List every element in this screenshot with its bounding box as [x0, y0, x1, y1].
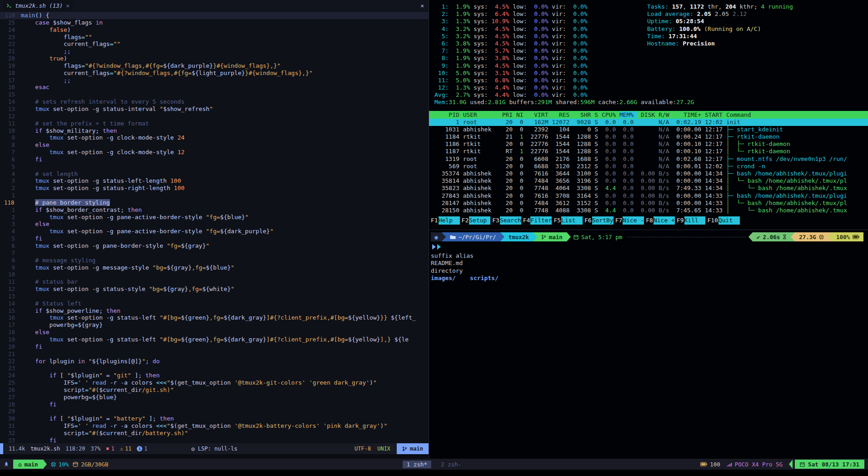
rocket-icon [4, 461, 9, 467]
process-row[interactable]: 35374 abhishek 20 0 7616 3644 3100 S 0.0… [429, 170, 868, 177]
process-row[interactable]: 35814 abhishek 20 0 7484 3656 3196 S 0.0… [429, 177, 868, 185]
fkey-f9[interactable]: F9Kill [675, 216, 706, 225]
tabline-close-icon[interactable]: × [420, 2, 424, 9]
line-number: 32 [0, 430, 21, 437]
terminal-line: README.md [431, 260, 863, 267]
code-line: 6 tmux set-option -g pane-border-style "… [0, 242, 429, 250]
hourglass-icon [783, 234, 787, 240]
code-line: 4 # set length [0, 170, 429, 178]
datetime-segment: Sat 08/13 17:31 [795, 460, 864, 469]
command-duration: ✔2.06s [753, 232, 791, 241]
cpu-meter-row: 1: 1.9% sys: 4.5% low: 0.0% vir: 0.0% [434, 3, 647, 10]
process-table: PID USER PRI NI VIRT RES SHR S CPU% MEM%… [429, 111, 868, 214]
process-row[interactable]: 27843 abhishek 20 0 7616 3708 3164 S 0.0… [429, 192, 868, 200]
neovim-pane[interactable]: tmux2k.sh (13) × × 110main() {25 case $s… [0, 0, 429, 459]
code-line: 11 # set the prefix + t time format [0, 120, 429, 127]
git-branch-icon [541, 234, 546, 240]
session-name-segment[interactable]: ⌂main [13, 460, 43, 469]
code-line: 21 [0, 351, 429, 358]
shell-pane[interactable]: ◉ ~/Pr/Gi/Pr/ tmux2k main [429, 230, 868, 459]
fkey-f6[interactable]: F6SortBy [583, 216, 614, 225]
process-row[interactable]: 1319 root 20 0 6608 2176 1688 S 0.0 0.0 … [429, 155, 868, 163]
cpu-meter-row: 2: 1.9% sys: 6.4% low: 0.0% vir: 0.0% [434, 10, 647, 18]
code-line: 25 case $show_flags in [0, 19, 429, 26]
system-info-line: Time: 17:31:44 [647, 33, 868, 40]
buffer-tab[interactable]: tmux2k.sh (13) × [3, 0, 73, 11]
tmux-status-bar: ⌂main 10% 2GB/30GB 1 zsh*2 zsh- 100 POCO… [0, 459, 868, 470]
process-row[interactable]: 28150 abhishek 20 0 7748 4088 3308 S 4.4… [429, 207, 868, 214]
warning-icon: ⚠ [120, 446, 123, 452]
git-branch-icon [402, 446, 407, 452]
powerline-separator [748, 232, 753, 241]
fkey-f5[interactable]: F5List [552, 216, 583, 225]
cpu-usage-widget: 10% [51, 461, 69, 468]
command-line [0, 454, 429, 459]
tmux-window[interactable]: 1 zsh* [403, 461, 431, 468]
powerline-separator [791, 232, 795, 241]
screen-bottom-gap [0, 470, 868, 476]
line-number: 30 [0, 415, 21, 422]
process-row[interactable]: 35823 abhishek 20 0 7748 4064 3308 S 4.4… [429, 185, 868, 192]
process-row[interactable]: 1 root 20 0 162M 12072 9028 S 0.0 0.0 N/… [429, 119, 868, 126]
fkey-f4[interactable]: F4Filter [521, 216, 552, 225]
powerline-separator [500, 232, 504, 241]
fkey-f1[interactable]: F1Help [429, 216, 460, 225]
line-number: 10 [0, 127, 21, 135]
fkey-f7[interactable]: F7Nice - [614, 216, 644, 225]
code-line: 17 ;; [0, 77, 429, 84]
ram-usage: 27.3G [795, 232, 828, 241]
tmux-window[interactable]: 2 zsh- [437, 461, 465, 468]
buffer-tab-title: tmux2k.sh (13) [15, 2, 63, 9]
code-line: 8 # message styling [0, 257, 429, 264]
line-number: 16 [0, 84, 21, 91]
line-number: 4 [0, 228, 21, 235]
code-line: 14 # sets refresh interval to every 5 se… [0, 98, 429, 105]
line-number: 6 [0, 242, 21, 250]
process-row[interactable]: 569 root 20 0 6688 3120 2312 S 0.0 0.0 N… [429, 163, 868, 170]
git-branch-segment: main [537, 232, 567, 241]
code-line: 26 script="#($current_dir/git.sh)" [0, 386, 429, 394]
code-line: 30 if [ "$lplugin" = "battery" ]; then [0, 415, 429, 422]
process-row[interactable]: 1031 abhishek 20 0 2392 104 0 S 0.0 0.0 … [429, 126, 868, 133]
tmux-session-screen: tmux2k.sh (13) × × 110main() {25 case $s… [0, 0, 868, 476]
fkey-f8[interactable]: F8Nice + [644, 216, 675, 225]
powerline-separator [828, 232, 832, 241]
cpu-chip-icon [51, 462, 56, 467]
code-line: 20 true) [0, 55, 429, 62]
memory-line: Mem:31.0G used:2.81G buffers:291M shared… [434, 99, 868, 106]
cpu-meter-row: 7: 1.9% sys: 5.7% low: 0.0% vir: 0.0% [434, 47, 647, 55]
fkey-f3[interactable]: F3Search [490, 216, 521, 225]
code-line: 28 fi [0, 401, 429, 408]
code-area: 110main() {25 case $show_flags in24 fals… [0, 11, 429, 443]
fkey-f10[interactable]: F10Quit [705, 216, 739, 225]
buffer-close-icon[interactable]: × [66, 2, 70, 9]
process-row[interactable]: 1187 rtkit RT 1 22776 1544 1288 S 0.0 0.… [429, 148, 868, 155]
line-number: 31 [0, 422, 21, 430]
cursor-position: 118:20 [65, 446, 85, 452]
line-number: 22 [0, 40, 21, 48]
calendar-icon [800, 462, 805, 467]
code-line: 24 false) [0, 26, 429, 34]
code-line: 19 flags="#{?window_flags,#{fg=${dark_pu… [0, 62, 429, 70]
process-table-body: 1 root 20 0 162M 12072 9028 S 0.0 0.0 N/… [429, 119, 868, 214]
line-number: 7 [0, 149, 21, 156]
battery-icon [700, 462, 707, 466]
code-line: 14 # Status left [0, 300, 429, 307]
code-line: 16 tmux set-option -g status-left "#[bg=… [0, 314, 429, 321]
line-number: 11 [0, 120, 21, 127]
code-line: 10 [0, 271, 429, 278]
fkey-f2[interactable]: F2Setup [460, 216, 491, 225]
system-info-line: Load average: 2.05 2.05 2.12 [647, 10, 868, 18]
code-line: 2 tmux set-option -g status-right-length… [0, 185, 429, 192]
prompt-input-line[interactable] [432, 243, 863, 251]
process-row[interactable]: 1186 rtkit 20 0 22776 1544 1288 S 0.0 0.… [429, 140, 868, 148]
line-number: 25 [0, 19, 21, 26]
process-row[interactable]: 28147 abhishek 20 0 7484 3612 3152 S 0.0… [429, 200, 868, 207]
calendar-icon [574, 235, 579, 240]
htop-pane[interactable]: 1: 1.9% sys: 4.5% low: 0.0% vir: 0.0% 2:… [429, 0, 868, 230]
process-row[interactable]: 1184 rtkit 21 1 22776 1544 1288 S 0.0 0.… [429, 133, 868, 140]
lsp-status: ⚙LSP: null-ls [191, 446, 238, 452]
process-table-header[interactable]: PID USER PRI NI VIRT RES SHR S CPU% MEM%… [429, 111, 868, 119]
error-icon: ✖ [106, 446, 109, 452]
terminal-line: suffix alias [431, 252, 863, 260]
